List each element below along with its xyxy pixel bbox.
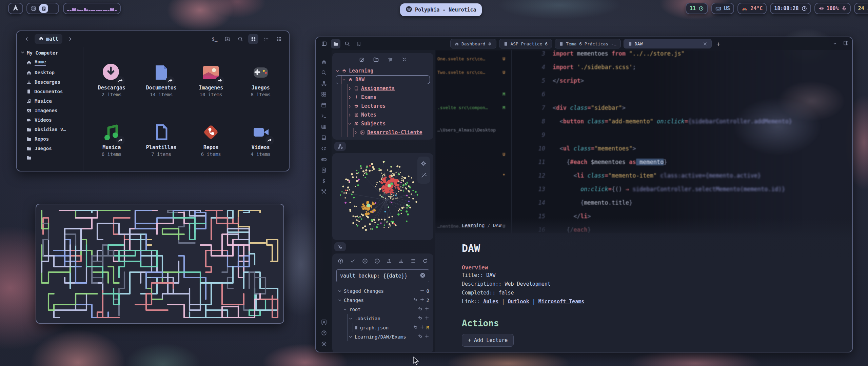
ribbon-terminal-button[interactable] — [316, 110, 332, 121]
git-upload-button[interactable] — [387, 258, 392, 265]
git-downloadg-button[interactable] — [398, 258, 404, 265]
file-descargas[interactable]: Descargas2 items — [87, 49, 137, 109]
search-button[interactable] — [235, 34, 245, 44]
git-plus-action[interactable] — [425, 316, 429, 321]
note-link-outlook[interactable]: Outlook — [508, 299, 529, 305]
file-juegos[interactable]: Juegos8 items — [236, 49, 286, 109]
status-updates[interactable]: 11 — [686, 3, 708, 14]
ribbon-home-button[interactable] — [316, 56, 332, 67]
git-refresh-button[interactable] — [422, 258, 428, 265]
music-player-widget[interactable]: Polyphia - Neurotica — [400, 3, 482, 16]
note-link-aules[interactable]: Aules — [483, 299, 498, 305]
tab-asp-practice-6[interactable]: ASP Practice 6 — [499, 39, 552, 48]
new-folder-button[interactable] — [222, 34, 233, 44]
git-check-button[interactable] — [350, 258, 355, 265]
git-minus-action[interactable] — [420, 288, 425, 294]
tree-item-lectures[interactable]: Lectures — [332, 102, 433, 110]
breadcrumb-segment[interactable]: DAW — [493, 223, 501, 228]
ribbon-gamepad-button[interactable] — [316, 154, 332, 165]
ribbon-codepct-button[interactable] — [316, 143, 332, 154]
ribbon-search-button[interactable] — [316, 67, 332, 78]
tree-item-daw[interactable]: DAW — [336, 75, 430, 84]
explorer-collapse-button[interactable] — [402, 57, 407, 64]
back-button[interactable] — [22, 34, 32, 44]
launcher-button[interactable] — [8, 3, 23, 14]
git-undo-action[interactable] — [413, 325, 418, 330]
open-terminal-button[interactable]: $_ — [210, 34, 220, 44]
breadcrumb[interactable]: matt — [35, 34, 62, 44]
git-undo-action[interactable] — [418, 306, 422, 312]
action-button--add-lecture[interactable]: + Add Lecture — [462, 334, 514, 347]
search-ribbon-button[interactable] — [342, 39, 352, 48]
git-minuscircle-button[interactable] — [374, 258, 380, 265]
git-source-control-button[interactable] — [334, 242, 346, 251]
ribbon-dollar-button[interactable] — [316, 176, 332, 186]
status-keyboard-layout[interactable]: US — [711, 3, 734, 14]
obsidian-window[interactable]: DashboardASP Practice 6Tema 6 Prácticas … — [315, 37, 853, 352]
git-plus-action[interactable] — [420, 325, 425, 330]
explorer-folderplus-button[interactable] — [373, 57, 379, 64]
sidebar-item-partial[interactable] — [17, 153, 83, 162]
grid-view-button[interactable] — [248, 34, 258, 44]
sidebar-item-desktop[interactable]: Desktop — [17, 68, 83, 77]
git-undo-action[interactable] — [418, 334, 422, 340]
status-volume[interactable]: 100% — [814, 3, 851, 14]
breadcrumb-segment[interactable]: Learning — [462, 223, 485, 228]
git-row-staged-changes[interactable]: Staged Changes0 — [336, 286, 429, 296]
file-musica[interactable]: Musica6 items — [87, 109, 137, 169]
git-plus-action[interactable] — [425, 306, 429, 312]
tree-item-exams[interactable]: Exams — [332, 93, 433, 102]
active-app-chip[interactable] — [39, 4, 48, 13]
forward-button[interactable] — [65, 34, 75, 44]
tab-list-chevron-icon[interactable] — [833, 41, 837, 47]
status-weather[interactable]: 24°C — [737, 3, 767, 14]
git-undo-action[interactable] — [418, 316, 422, 321]
sidebar-item-documentos[interactable]: Documentos — [17, 87, 83, 96]
compact-view-button[interactable] — [274, 34, 284, 44]
status-clock[interactable]: 18:08:28 — [770, 3, 811, 14]
git-undo-action[interactable] — [413, 297, 418, 303]
sidebar-item-descargas[interactable]: Descargas — [17, 77, 83, 87]
git-pluscircle-button[interactable] — [362, 258, 368, 265]
ribbon-help-button[interactable] — [316, 327, 332, 338]
ribbon-table-button[interactable] — [316, 121, 332, 132]
sidebar-item-videos[interactable]: Videos — [17, 115, 83, 125]
tree-item-subjects[interactable]: Subjects — [332, 119, 433, 128]
git-listg-button[interactable] — [411, 258, 416, 265]
git-row-learning-daw-exams[interactable]: Learning/DAW/Exams — [336, 332, 429, 341]
note-breadcrumb[interactable]: Learning/DAW — [462, 223, 852, 228]
ribbon-book-button[interactable] — [316, 132, 332, 143]
tree-item-desarrollo-cliente[interactable]: Desarrollo-Cliente — [332, 128, 433, 137]
editor-pane[interactable]: One.svelte src\co…UTwo.svelte src\co…UM.… — [435, 50, 852, 352]
toggle-left-sidebar-button[interactable] — [319, 39, 329, 48]
open-graph-button[interactable] — [334, 142, 346, 151]
file-plantillas[interactable]: Plantillas7 items — [137, 109, 186, 169]
graph-wand-button[interactable] — [421, 172, 427, 180]
generative-art-window[interactable] — [36, 204, 284, 324]
ribbon-graph-button[interactable] — [316, 78, 332, 89]
bookmarks-button[interactable] — [354, 39, 363, 48]
explorer-pencil-button[interactable] — [359, 57, 364, 64]
taskbar-dock[interactable] — [26, 3, 59, 14]
tab-daw[interactable]: DAW — [624, 39, 712, 48]
graph-gear-button[interactable] — [421, 161, 427, 168]
tree-item-assignments[interactable]: Assignments — [332, 84, 433, 93]
ribbon-vault-button[interactable] — [316, 317, 332, 327]
git-plus-action[interactable] — [425, 334, 429, 340]
list-view-button[interactable] — [261, 34, 271, 44]
git-circleup-button[interactable] — [338, 258, 343, 265]
file-documentos[interactable]: Documentos14 items — [137, 49, 186, 109]
toggle-right-sidebar-button[interactable] — [843, 40, 849, 47]
ribbon-tools-button[interactable] — [316, 186, 332, 197]
git-plus-action[interactable] — [420, 297, 425, 303]
note-link-microsoft-teams[interactable]: Microsoft Teams — [538, 299, 584, 305]
explorer-sort-button[interactable] — [388, 57, 393, 64]
file-videos[interactable]: Videos4 items — [236, 109, 286, 169]
files-ribbon-button[interactable] — [331, 39, 340, 48]
sidebar-item-repos[interactable]: Repos — [17, 134, 83, 144]
status-notifications[interactable]: 24 — [854, 3, 868, 14]
commit-message-input[interactable]: vault backup: {{date}} — [336, 269, 429, 282]
ribbon-calendar-button[interactable] — [316, 100, 332, 110]
git-row-root[interactable]: root — [336, 305, 429, 314]
git-row-graph-json[interactable]: graph.jsonM — [336, 323, 429, 332]
